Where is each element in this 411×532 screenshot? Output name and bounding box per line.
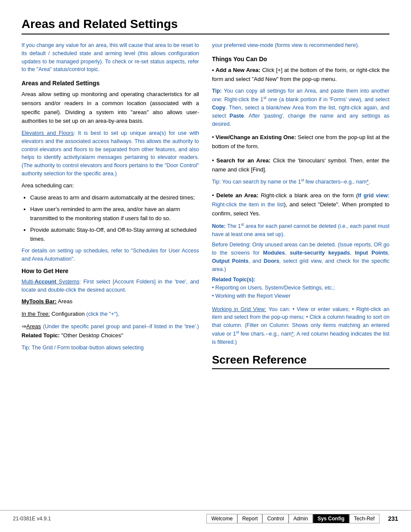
- elevators-floors-link[interactable]: Elevators and Floors: [22, 130, 74, 136]
- tab-welcome[interactable]: Welcome: [206, 514, 237, 523]
- scheduling-bullets: Cause areas to arm and disarm automatica…: [30, 193, 199, 243]
- tip-bottom-blue: Tip: The Grid / Form toolbar-button allo…: [22, 344, 199, 352]
- view-change-label: View/Change an Existing One:: [215, 134, 296, 140]
- mytools-bar: MyTools Bar: Areas: [22, 297, 199, 306]
- areas-blue-note: (Under the specific panel group and pane…: [43, 324, 199, 330]
- footer-version: 21-0381E v4.9.1: [13, 516, 206, 522]
- working-grid-link[interactable]: Working in Grid View:: [212, 306, 266, 312]
- elevators-blue-text: Elevators and Floors: It is best to set …: [22, 129, 199, 178]
- search-area-label: Search for an Area:: [216, 157, 271, 164]
- multi-account-label: Multi-Account Systems: [22, 279, 79, 285]
- in-the-tree-label: In the Tree:: [22, 311, 50, 317]
- right-column: your preferred view-mode (forms view is …: [212, 41, 389, 369]
- multi-account-text: Multi-Account Systems: First select [Acc…: [22, 278, 199, 294]
- related-topics: Related Topic(s): • Reporting on Users, …: [212, 276, 389, 300]
- in-the-tree: In the Tree: Configuration (click the "+…: [22, 310, 199, 319]
- related-topic-label: Related Topic:: [22, 332, 60, 339]
- arrow-icon: ⇒: [22, 323, 26, 330]
- before-deleting: Before Deleting: Only unused areas can b…: [212, 241, 389, 273]
- footer-tabs: Welcome Report Control Admin Sys Config …: [206, 514, 379, 523]
- footer-page-number: 231: [388, 515, 398, 522]
- area-scheduling-intro: Area scheduling can:: [22, 181, 199, 190]
- delete-area-item: • Delete an Area: Right-click a blank ar…: [212, 191, 389, 300]
- delete-note: Note: The 1st area for each panel cannot…: [212, 222, 389, 239]
- left-column: If you change any value for an area, thi…: [22, 41, 199, 369]
- add-area-label: • Add a New Area:: [212, 67, 260, 73]
- areas-label: Areas: [26, 323, 41, 330]
- section1-heading: Areas and Related Settings: [22, 80, 199, 87]
- page-footer: 21-0381E v4.9.1 Welcome Report Control A…: [0, 510, 411, 523]
- screen-reference-heading: Screen Reference: [212, 353, 389, 369]
- bullet-item-1: Cause areas to arm and disarm automatica…: [30, 193, 199, 202]
- tab-control[interactable]: Control: [262, 514, 289, 523]
- things-heading: Things You Can Do: [212, 56, 389, 62]
- bullet-item-2: Have user's reminded to arm the area, an…: [30, 205, 199, 223]
- search-area-item: • Search for an Area: Click the 'binocul…: [212, 156, 389, 187]
- working-grid-view: Working in Grid View: You can: • View or…: [212, 305, 389, 346]
- delete-area-label: Delete an Area:: [216, 192, 258, 199]
- click-plus: (click the "+"),: [86, 311, 119, 317]
- tab-admin[interactable]: Admin: [289, 514, 313, 523]
- section1-para: Areas allow setting up monitoring and op…: [22, 90, 199, 126]
- tab-sys-config[interactable]: Sys Config: [313, 514, 349, 523]
- mytools-label: MyTools Bar:: [22, 298, 56, 305]
- search-tip: Tip: You can search by name or the 1st f…: [212, 177, 389, 186]
- add-area-tip: Tip: You can copy all settings for an Ar…: [212, 87, 389, 128]
- tab-report[interactable]: Report: [237, 514, 262, 523]
- intro-text-left: If you change any value for an area, thi…: [22, 41, 199, 74]
- page-main-title: Areas and Related Settings: [22, 17, 389, 34]
- tab-tech-ref[interactable]: Tech-Ref: [349, 514, 380, 523]
- areas-line: ⇒Areas (Under the specific panel group a…: [22, 322, 199, 340]
- add-area-item: • Add a New Area: Click [+] at the botto…: [212, 66, 389, 128]
- bullet-item-3: Provide automatic Stay-to-Off, and Off-t…: [30, 226, 199, 244]
- intro-text-right: your preferred view-mode (forms view is …: [212, 41, 389, 50]
- view-change-item: • View/Change an Existing One: Select on…: [212, 133, 389, 151]
- schedules-blue: For details on setting up schedules, ref…: [22, 247, 199, 263]
- how-to-get-here-heading: How to Get Here: [22, 268, 199, 274]
